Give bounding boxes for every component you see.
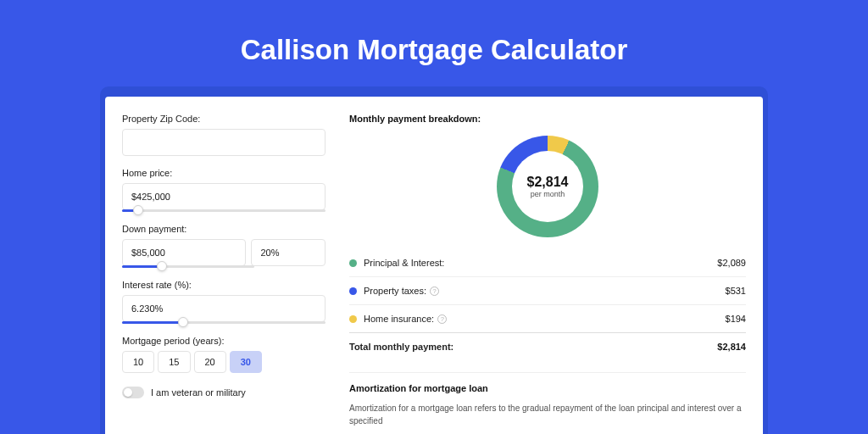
row-property-taxes: Property taxes: ? $531 [349, 276, 746, 304]
value-insurance: $194 [726, 314, 746, 324]
period-label: Mortgage period (years): [122, 336, 326, 346]
rate-slider-thumb[interactable] [178, 317, 188, 327]
dot-insurance [349, 315, 357, 323]
row-total: Total monthly payment: $2,814 [349, 332, 746, 360]
donut-sub: per month [531, 190, 565, 198]
price-slider[interactable] [122, 209, 326, 212]
amortization-section: Amortization for mortgage loan Amortizat… [349, 372, 746, 427]
zip-input[interactable] [122, 129, 326, 156]
down-slider-thumb[interactable] [157, 261, 167, 271]
rate-input[interactable] [122, 295, 326, 322]
down-label: Down payment: [122, 224, 326, 234]
breakdown-column: Monthly payment breakdown: $2,814 per mo… [349, 114, 746, 434]
period-option-20[interactable]: 20 [194, 351, 226, 373]
dot-principal [349, 259, 357, 267]
label-insurance: Home insurance: ? [364, 314, 726, 324]
price-input[interactable] [122, 183, 326, 210]
donut-amount: $2,814 [527, 175, 569, 190]
dot-taxes [349, 287, 357, 295]
help-icon[interactable]: ? [430, 287, 439, 296]
amort-title: Amortization for mortgage loan [349, 383, 746, 393]
price-group: Home price: [122, 168, 326, 212]
calculator-panel: Property Zip Code: Home price: Down paym… [105, 97, 763, 434]
price-label: Home price: [122, 168, 326, 178]
rate-group: Interest rate (%): [122, 280, 326, 324]
period-option-30[interactable]: 30 [230, 351, 262, 373]
calculator-frame: Property Zip Code: Home price: Down paym… [100, 86, 768, 434]
value-total: $2,814 [717, 342, 746, 352]
down-amount-input[interactable] [122, 239, 246, 266]
veteran-label: I am veteran or military [151, 387, 246, 398]
label-total: Total monthly payment: [349, 342, 717, 352]
donut-wrap: $2,814 per month [349, 136, 746, 237]
period-options: 10 15 20 30 [122, 351, 326, 373]
down-group: Down payment: [122, 224, 326, 268]
down-pct-input[interactable] [251, 239, 326, 266]
breakdown-list: Principal & Interest: $2,089 Property ta… [349, 249, 746, 360]
down-slider[interactable] [122, 265, 254, 268]
price-slider-thumb[interactable] [133, 205, 143, 215]
veteran-row: I am veteran or military [122, 387, 326, 398]
rate-slider[interactable] [122, 321, 326, 324]
breakdown-heading: Monthly payment breakdown: [349, 114, 746, 124]
period-option-10[interactable]: 10 [122, 351, 154, 373]
page-title: Callison Mortgage Calculator [0, 34, 868, 66]
row-home-insurance: Home insurance: ? $194 [349, 304, 746, 332]
period-group: Mortgage period (years): 10 15 20 30 [122, 336, 326, 373]
zip-group: Property Zip Code: [122, 114, 326, 156]
label-principal: Principal & Interest: [364, 258, 717, 268]
amort-text: Amortization for a mortgage loan refers … [349, 402, 746, 427]
help-icon[interactable]: ? [437, 314, 447, 324]
veteran-toggle[interactable] [122, 387, 144, 398]
label-taxes: Property taxes: ? [364, 286, 726, 296]
rate-label: Interest rate (%): [122, 280, 326, 290]
value-taxes: $531 [726, 286, 746, 296]
period-option-15[interactable]: 15 [158, 351, 190, 373]
row-principal-interest: Principal & Interest: $2,089 [349, 249, 746, 276]
donut-chart: $2,814 per month [497, 136, 598, 237]
zip-label: Property Zip Code: [122, 114, 326, 124]
value-principal: $2,089 [717, 258, 746, 268]
form-column: Property Zip Code: Home price: Down paym… [122, 114, 326, 434]
donut-center: $2,814 per month [512, 151, 583, 222]
